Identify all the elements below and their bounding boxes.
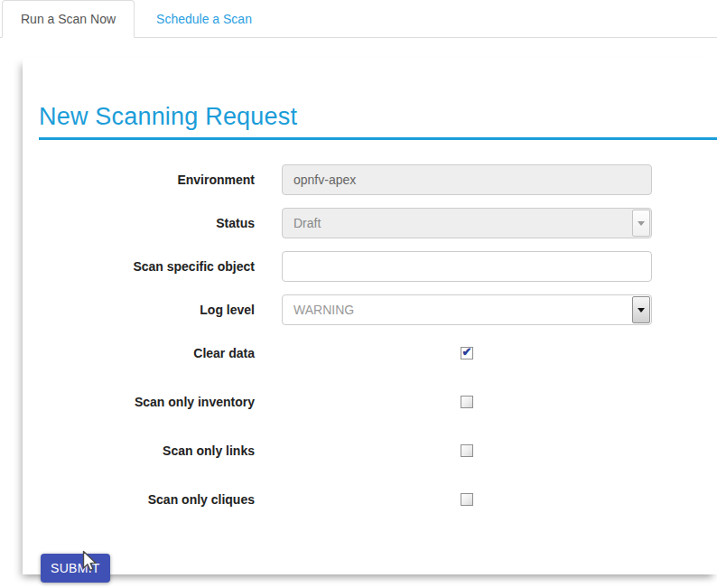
scan-specific-object-label: Scan specific object (39, 259, 282, 274)
tab-run-a-scan-now[interactable]: Run a Scan Now (2, 0, 135, 38)
page-title: New Scanning Request (39, 103, 717, 131)
environment-label: Environment (39, 173, 282, 187)
clear-data-label: Clear data (39, 346, 282, 360)
form-row-status: Status Draft (39, 208, 717, 238)
tab-schedule-a-scan[interactable]: Schedule a Scan (138, 1, 270, 37)
form-row-scan-only-cliques: Scan only cliques (39, 484, 717, 515)
form-row-scan-only-inventory: Scan only inventory (39, 387, 717, 417)
form-row-scan-only-links: Scan only links (39, 435, 717, 466)
scan-specific-object-input[interactable] (282, 251, 652, 282)
scan-only-inventory-checkbox[interactable] (461, 396, 473, 408)
title-underline (39, 137, 717, 140)
log-level-label: Log level (39, 303, 282, 317)
status-select-value: Draft (293, 216, 321, 230)
status-label: Status (39, 216, 282, 230)
chevron-down-icon (632, 210, 650, 237)
scan-request-card: New Scanning Request Environment Status … (23, 58, 717, 574)
form-row-scan-specific-object: Scan specific object (39, 251, 717, 282)
environment-field (282, 164, 652, 195)
scan-only-links-label: Scan only links (39, 443, 282, 458)
form-row-environment: Environment (39, 164, 717, 195)
submit-button[interactable]: SUBMIT (41, 554, 110, 583)
scan-only-cliques-label: Scan only cliques (39, 492, 282, 507)
scan-only-links-checkbox[interactable] (461, 444, 473, 457)
clear-data-checkbox[interactable] (461, 347, 473, 359)
log-level-select[interactable]: WARNING (282, 294, 652, 325)
form-row-log-level: Log level WARNING (39, 294, 717, 325)
status-select: Draft (282, 208, 652, 238)
scan-only-inventory-label: Scan only inventory (39, 395, 282, 409)
log-level-select-value: WARNING (293, 303, 354, 317)
chevron-down-icon[interactable] (632, 296, 650, 323)
tab-bar: Run a Scan Now Schedule a Scan (0, 0, 717, 38)
form-row-clear-data: Clear data (39, 338, 717, 369)
scan-only-cliques-checkbox[interactable] (461, 493, 473, 506)
